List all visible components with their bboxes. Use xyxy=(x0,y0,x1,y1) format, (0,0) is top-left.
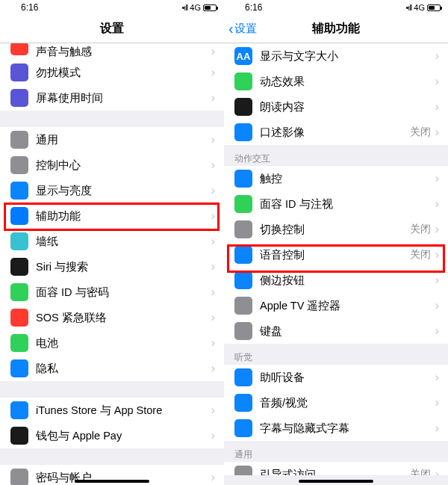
row-label: 键盘 xyxy=(260,324,435,339)
row-value: 关闭 xyxy=(410,248,431,262)
row-switch-control[interactable]: 切换控制关闭› xyxy=(224,217,448,242)
row-hearing-devices[interactable]: 助听设备› xyxy=(224,365,448,390)
chevron-right-icon: › xyxy=(211,285,215,299)
row-privacy[interactable]: 隐私› xyxy=(0,356,224,381)
row-sos[interactable]: SOS 紧急联络› xyxy=(0,305,224,330)
row-label: 语音控制 xyxy=(260,248,410,262)
chevron-right-icon: › xyxy=(435,75,439,88)
chevron-right-icon: › xyxy=(211,45,215,58)
row-subtitles[interactable]: 字幕与隐藏式字幕› xyxy=(224,416,448,441)
status-indicators: •ıll 4G xyxy=(119,3,217,12)
row-label: 侧边按钮 xyxy=(260,274,435,288)
row-wallpaper[interactable]: 墙纸› xyxy=(0,229,224,254)
chevron-left-icon: ‹ xyxy=(228,20,234,37)
row-motion[interactable]: 动态效果› xyxy=(224,69,448,94)
accessibility-list[interactable]: AA显示与文字大小›动态效果›朗读内容›口述影像关闭› 动作交互 触控›面容 I… xyxy=(224,43,448,475)
chevron-right-icon: › xyxy=(435,324,439,338)
status-time: 6:16 xyxy=(7,2,119,13)
keyboards-icon xyxy=(234,322,252,340)
apple-tv-icon xyxy=(234,297,252,315)
row-label: 墙纸 xyxy=(36,235,211,249)
row-display[interactable]: 显示与亮度› xyxy=(0,178,224,203)
row-label: Apple TV 遥控器 xyxy=(260,299,435,313)
row-label: 引导式访问 xyxy=(260,468,410,476)
chevron-right-icon: › xyxy=(435,396,439,410)
home-indicator[interactable] xyxy=(75,480,149,483)
back-button[interactable]: ‹ 设置 xyxy=(228,20,257,37)
sos-icon xyxy=(10,309,28,327)
privacy-icon xyxy=(10,359,28,377)
chevron-right-icon: › xyxy=(211,429,215,442)
row-keyboards[interactable]: 键盘› xyxy=(224,318,448,344)
chevron-right-icon: › xyxy=(211,184,215,197)
row-control-center[interactable]: 控制中心› xyxy=(0,152,224,178)
text-size-icon: AA xyxy=(234,47,252,65)
row-touch[interactable]: 触控› xyxy=(224,166,448,191)
row-label: 声音与触感 xyxy=(36,45,211,59)
chevron-right-icon: › xyxy=(211,91,215,105)
row-value: 关闭 xyxy=(410,126,431,139)
screen-time-icon xyxy=(10,89,28,107)
guided-access-icon xyxy=(234,466,252,475)
row-apple-tv[interactable]: Apple TV 遥控器› xyxy=(224,293,448,318)
touch-icon xyxy=(234,170,252,188)
spoken-icon xyxy=(234,98,252,116)
itunes-icon xyxy=(10,401,28,419)
row-faceid[interactable]: 面容 ID 与密码› xyxy=(0,279,224,305)
row-face-attention[interactable]: 面容 ID 与注视› xyxy=(224,191,448,217)
chevron-right-icon: › xyxy=(211,66,215,79)
chevron-right-icon: › xyxy=(211,133,215,146)
face-attention-icon xyxy=(234,195,252,213)
chevron-right-icon: › xyxy=(211,235,215,248)
settings-list[interactable]: 声音与触感›勿扰模式›屏幕使用时间› 通用›控制中心›显示与亮度›辅助功能›墙纸… xyxy=(0,43,224,485)
subtitles-icon xyxy=(234,419,252,437)
chevron-right-icon: › xyxy=(211,336,215,350)
row-battery[interactable]: 电池› xyxy=(0,330,224,356)
chevron-right-icon: › xyxy=(211,158,215,172)
row-sound-haptics[interactable]: 声音与触感› xyxy=(0,43,224,60)
status-bar-right: 6:16 •ıll 4G xyxy=(224,0,448,15)
chevron-right-icon: › xyxy=(211,260,215,274)
row-guided-access[interactable]: 引导式访问关闭› xyxy=(224,462,448,475)
row-label: 勿扰模式 xyxy=(36,66,211,80)
row-dnd[interactable]: 勿扰模式› xyxy=(0,60,224,85)
sound-haptics-icon xyxy=(10,43,28,55)
row-label: SOS 紧急联络 xyxy=(36,311,211,325)
row-screen-time[interactable]: 屏幕使用时间› xyxy=(0,85,224,111)
row-general[interactable]: 通用› xyxy=(0,127,224,152)
row-label: 字幕与隐藏式字幕 xyxy=(260,421,435,436)
row-label: 屏幕使用时间 xyxy=(36,91,211,105)
side-button-icon xyxy=(234,271,252,289)
row-itunes[interactable]: iTunes Store 与 App Store› xyxy=(0,398,224,423)
chevron-right-icon: › xyxy=(211,362,215,375)
switch-control-icon xyxy=(234,220,252,238)
row-text-size[interactable]: AA显示与文字大小› xyxy=(224,43,448,69)
row-wallet[interactable]: 钱包与 Apple Pay› xyxy=(0,423,224,448)
row-side-button[interactable]: 侧边按钮› xyxy=(224,268,448,293)
row-label: 音频/视觉 xyxy=(260,396,435,410)
chevron-right-icon: › xyxy=(435,126,439,139)
row-label: 电池 xyxy=(36,336,211,350)
battery-icon xyxy=(10,334,28,352)
row-audio-visual[interactable]: 音频/视觉› xyxy=(224,390,448,416)
row-voice-control[interactable]: 语音控制关闭› xyxy=(224,242,448,268)
home-indicator[interactable] xyxy=(299,480,373,483)
row-label: 朗读内容 xyxy=(260,100,435,114)
audio-desc-icon xyxy=(234,123,252,141)
chevron-right-icon: › xyxy=(435,100,439,114)
row-label: 通用 xyxy=(36,133,211,147)
status-bar-left: 6:16 •ıll 4G xyxy=(0,0,224,15)
section-header-hearing: 听觉 xyxy=(224,344,448,365)
row-accessibility[interactable]: 辅助功能› xyxy=(0,203,224,229)
row-audio-desc[interactable]: 口述影像关闭› xyxy=(224,120,448,145)
chevron-right-icon: › xyxy=(435,248,439,262)
row-spoken[interactable]: 朗读内容› xyxy=(224,94,448,120)
row-label: 助听设备 xyxy=(260,371,435,385)
chevron-right-icon: › xyxy=(435,49,439,63)
chevron-right-icon: › xyxy=(211,404,215,417)
audio-visual-icon xyxy=(234,394,252,412)
row-value: 关闭 xyxy=(410,223,431,236)
section-header-motor: 动作交互 xyxy=(224,145,448,166)
dnd-icon xyxy=(10,64,28,81)
row-siri[interactable]: Siri 与搜索› xyxy=(0,254,224,279)
